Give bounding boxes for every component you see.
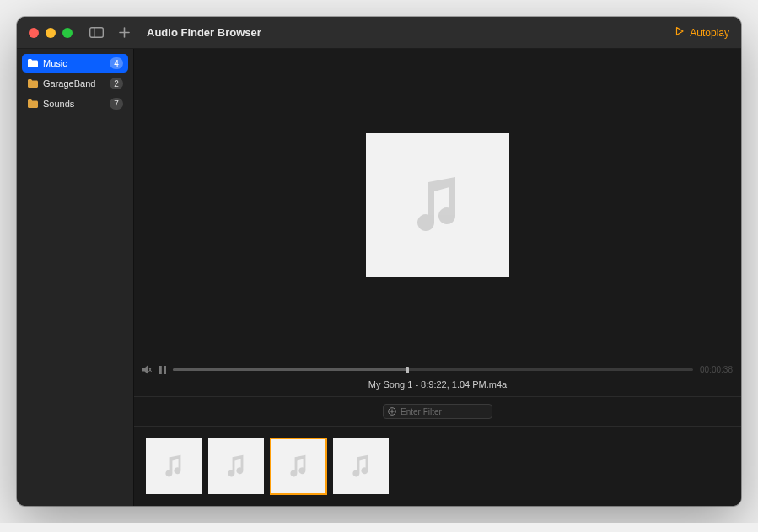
close-window-button[interactable] [29, 28, 39, 38]
window-title: Audio Finder Browser [147, 26, 261, 39]
svg-rect-5 [164, 366, 166, 374]
artwork-thumb [333, 438, 389, 494]
app-window: Audio Finder Browser Autoplay Music 4 [17, 17, 741, 506]
svg-rect-4 [159, 366, 162, 374]
music-note-icon [400, 167, 476, 243]
filter-row [134, 397, 741, 426]
plus-icon[interactable] [119, 27, 130, 38]
artwork-thumb [208, 438, 264, 494]
folder-icon [27, 99, 38, 108]
count-badge: 4 [110, 57, 123, 69]
music-note-icon [283, 451, 314, 481]
content-area: Music 4 GarageBand 2 Sounds 7 [17, 49, 741, 506]
thumbnail-item[interactable] [271, 438, 326, 494]
titlebar: Audio Finder Browser Autoplay [17, 17, 741, 49]
count-badge: 2 [110, 78, 123, 89]
progress-thumb[interactable] [406, 367, 409, 373]
music-note-icon [346, 451, 376, 481]
progress-fill [173, 368, 407, 371]
current-filename: My Song 1 - 8:9:22, 1.04 PM.m4a [134, 379, 741, 396]
artwork-preview [366, 133, 509, 277]
sidebar-item-label: Music [43, 58, 105, 68]
progress-slider[interactable] [173, 368, 693, 371]
folder-icon [27, 59, 38, 67]
player-controls: 00:00:38 [134, 360, 741, 379]
main-panel: 00:00:38 My Song 1 - 8:9:22, 1.04 PM.m4a [134, 49, 741, 506]
sidebar-item-label: Sounds [43, 99, 105, 109]
sidebar-item-sounds[interactable]: Sounds 7 [22, 94, 128, 113]
sidebar-item-garageband[interactable]: GarageBand 2 [22, 74, 128, 93]
folder-icon [27, 79, 38, 88]
pause-icon[interactable] [159, 366, 166, 374]
sidebar-item-label: GarageBand [43, 78, 105, 89]
music-note-icon [221, 451, 251, 481]
thumbnail-strip [134, 427, 741, 506]
traffic-lights [29, 28, 73, 38]
sidebar: Music 4 GarageBand 2 Sounds 7 [17, 49, 133, 506]
preview-area [134, 49, 741, 360]
zoom-window-button[interactable] [62, 28, 73, 38]
sidebar-toggle-icon[interactable] [89, 27, 104, 38]
music-note-icon [159, 451, 189, 481]
minimize-window-button[interactable] [46, 28, 56, 38]
svg-rect-0 [90, 28, 104, 38]
artwork-thumb [271, 438, 326, 494]
thumbnail-item[interactable] [208, 438, 264, 494]
thumbnail-item[interactable] [146, 438, 202, 494]
artwork-thumb [146, 438, 202, 494]
sidebar-item-music[interactable]: Music 4 [22, 54, 128, 73]
thumbnail-item[interactable] [333, 438, 389, 494]
volume-mute-icon[interactable] [142, 365, 153, 374]
autoplay-button[interactable]: Autoplay [675, 26, 729, 39]
filter-add-icon [388, 407, 396, 416]
play-outline-icon [675, 26, 685, 39]
filter-input-wrap[interactable] [383, 404, 492, 419]
time-elapsed: 00:00:38 [700, 365, 733, 374]
count-badge: 7 [110, 98, 123, 110]
autoplay-label: Autoplay [690, 27, 729, 39]
filter-input[interactable] [401, 407, 508, 416]
